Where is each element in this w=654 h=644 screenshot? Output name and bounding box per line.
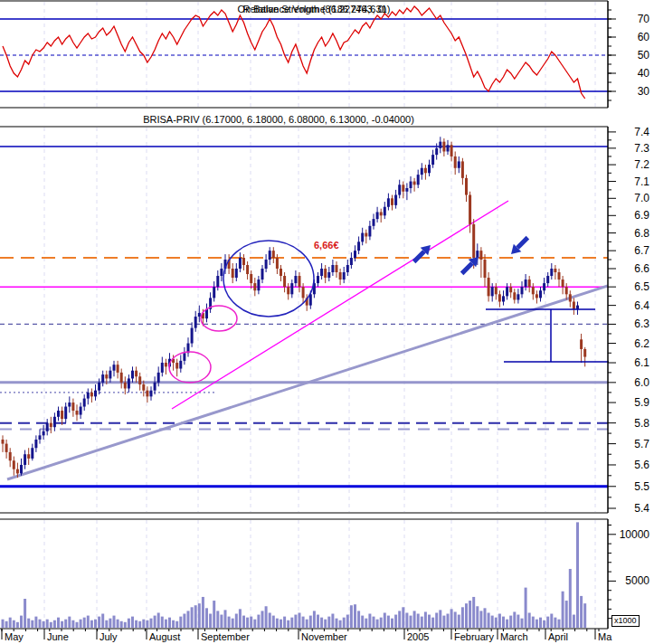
price-y-label: 5.9 — [634, 396, 649, 409]
candle-body — [410, 182, 412, 188]
candle-body — [558, 272, 561, 279]
volume-bar — [357, 611, 360, 628]
price-y-label: 5.8 — [634, 417, 649, 430]
candle-body — [131, 371, 134, 379]
candle-body — [16, 469, 19, 474]
candle-body — [458, 161, 460, 167]
candle-body — [83, 399, 86, 407]
volume-bar — [16, 622, 19, 628]
volume-bar — [150, 619, 153, 628]
volume-bar — [154, 616, 156, 628]
candle-body — [161, 363, 164, 373]
candle-body — [580, 339, 583, 349]
candle-body — [154, 383, 156, 391]
candle-body — [532, 287, 535, 294]
volume-bar — [384, 612, 386, 628]
candle-body — [5, 444, 8, 452]
candle-body — [380, 212, 383, 215]
candle-body — [373, 219, 375, 226]
candle-body — [299, 276, 301, 287]
candle-body — [9, 452, 12, 460]
volume-y-label: 5000 — [625, 574, 649, 587]
candle-body — [265, 260, 268, 269]
candles-layer — [2, 137, 609, 479]
candle-body — [509, 287, 512, 292]
volume-bar — [454, 611, 457, 628]
volume-bar — [398, 611, 401, 628]
candle-body — [317, 276, 319, 283]
volume-bar — [57, 618, 60, 628]
volume-bar — [235, 614, 238, 628]
volume-bar — [450, 609, 453, 628]
volume-bar — [146, 620, 148, 628]
arrow-shaft — [414, 251, 424, 261]
volume-bar — [187, 611, 190, 628]
volume-bar — [435, 612, 438, 628]
volume-bar — [458, 615, 460, 628]
candle-body — [343, 272, 346, 279]
candle-body — [450, 145, 453, 156]
month-label: April — [548, 631, 568, 642]
volume-bar — [205, 608, 208, 628]
volume-bar — [539, 618, 542, 628]
volume-bar — [183, 614, 185, 628]
candle-body — [495, 287, 498, 294]
candle-body — [250, 274, 252, 283]
candle-body — [387, 198, 390, 206]
volume-bar — [583, 603, 586, 628]
price-y-label: 7.2 — [634, 158, 649, 171]
candle-body — [194, 317, 197, 328]
gridlines-layer — [44, 2, 595, 628]
candle-body — [61, 411, 63, 419]
volume-bar — [135, 620, 137, 628]
candle-body — [68, 402, 71, 406]
price-y-label: 6.7 — [634, 244, 649, 257]
candle-body — [13, 460, 15, 469]
volume-bar — [276, 619, 279, 628]
candle-body — [120, 373, 123, 383]
candle-body — [113, 365, 116, 371]
candle-body — [476, 251, 479, 258]
candle-body — [276, 258, 279, 269]
volume-bar — [543, 620, 545, 628]
volume-bar — [90, 620, 93, 628]
volume-bar — [94, 620, 97, 628]
volume-bar — [232, 619, 234, 628]
candle-body — [431, 155, 434, 165]
arrow-shaft — [517, 238, 527, 248]
volume-bar — [491, 616, 494, 628]
candle-body — [554, 269, 556, 272]
volume-bar — [9, 618, 12, 628]
candle-body — [138, 376, 141, 384]
candle-body — [239, 258, 242, 269]
volume-bar — [120, 621, 123, 628]
volume-bar — [101, 614, 104, 628]
price-y-label: 7.4 — [634, 126, 649, 138]
candle-body — [384, 207, 386, 216]
volume-bar — [24, 599, 26, 628]
volume-bar — [157, 612, 160, 628]
volume-bar — [513, 611, 516, 628]
volume-bar — [179, 617, 182, 628]
volume-bar — [405, 612, 408, 628]
volume-bar — [546, 617, 549, 628]
breakout-step-1[interactable] — [169, 352, 211, 383]
volume-bar — [365, 619, 367, 628]
volume-bar — [191, 607, 194, 628]
volume-bar — [447, 614, 450, 628]
candle-body — [71, 402, 74, 411]
candle-body — [465, 178, 468, 195]
series-layer — [2, 6, 609, 628]
volume-bar — [109, 619, 111, 628]
month-label: November — [301, 631, 347, 642]
candle-body — [339, 272, 342, 279]
volume-bar — [280, 620, 282, 628]
candle-body — [191, 328, 194, 344]
volume-bar — [573, 615, 575, 628]
annotations-layer[interactable] — [169, 238, 609, 383]
candle-body — [562, 279, 564, 287]
volume-bar — [253, 620, 256, 628]
candle-body — [31, 448, 33, 459]
candle-body — [80, 407, 82, 415]
volume-bar — [124, 622, 127, 628]
